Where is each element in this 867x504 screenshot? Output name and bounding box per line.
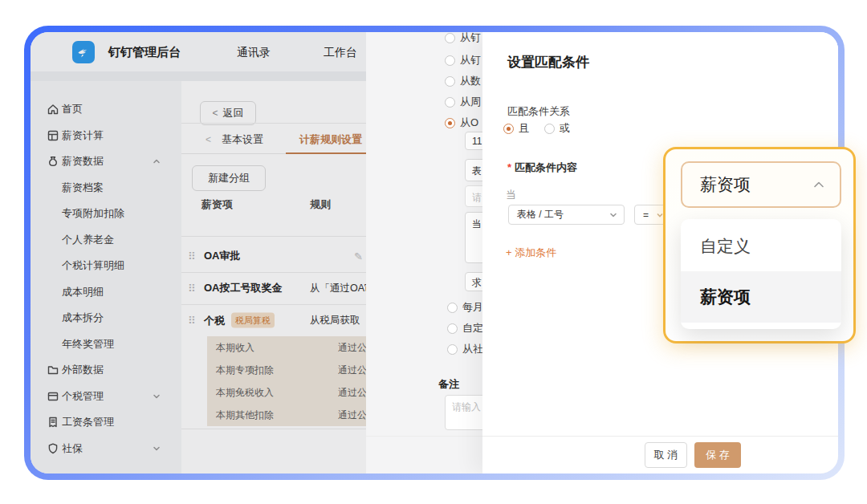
radio-icon[interactable] — [445, 55, 455, 66]
radio-checked-icon[interactable] — [503, 124, 514, 134]
required-mark: * — [507, 161, 511, 173]
drawer-title: 设置匹配条件 — [507, 53, 589, 71]
content-label: *匹配条件内容 — [507, 161, 577, 175]
footer-divider — [482, 436, 838, 437]
add-condition-link[interactable]: + 添加条件 — [506, 246, 556, 260]
source-radio-option-selected[interactable]: 从O — [445, 116, 478, 130]
dialog-input[interactable]: 11 — [465, 132, 482, 150]
dropdown-highlight-callout: 薪资项 自定义 薪资项 — [663, 147, 856, 343]
period-radio-option[interactable]: 从社 — [447, 342, 482, 356]
chevron-up-icon — [812, 180, 825, 189]
radio-icon[interactable] — [447, 303, 458, 313]
radio-icon[interactable] — [447, 323, 458, 334]
radio-icon[interactable] — [445, 33, 455, 43]
source-radio-option[interactable]: 从钉 — [445, 53, 481, 67]
note-label: 备注 — [438, 377, 459, 392]
source-radio-option[interactable]: 从周 — [445, 95, 481, 109]
salary-item-select[interactable]: 薪资项 — [681, 161, 841, 208]
salary-item-dropdown-menu: 自定义 薪资项 — [681, 219, 841, 329]
dialog-sum-button[interactable]: 求 — [465, 272, 482, 291]
footer-divider — [366, 436, 482, 437]
dropdown-option-salary-item[interactable]: 薪资项 — [681, 271, 841, 323]
radio-icon[interactable] — [544, 124, 555, 134]
chevron-down-icon — [609, 211, 617, 219]
radio-icon[interactable] — [447, 344, 458, 355]
note-textarea[interactable]: 请输入 — [445, 395, 482, 430]
dialog-formula-box[interactable]: 当 — [465, 212, 482, 263]
field-select[interactable]: 表格 / 工号 — [508, 205, 625, 225]
modal-dim-overlay — [31, 32, 366, 474]
radio-icon[interactable] — [445, 76, 455, 87]
when-label: 当 — [506, 188, 516, 202]
source-radio-option[interactable]: 从数 — [445, 74, 481, 88]
relation-label: 匹配条件关系 — [507, 104, 570, 119]
radio-checked-icon[interactable] — [445, 118, 455, 128]
period-radio-option[interactable]: 自定 — [447, 321, 482, 335]
period-radio-option[interactable]: 每月 — [447, 300, 482, 315]
source-radio-option[interactable]: 从钉 — [445, 32, 481, 45]
radio-icon[interactable] — [445, 97, 455, 108]
dropdown-option-custom[interactable]: 自定义 — [681, 221, 841, 271]
relation-and-radio[interactable]: 且 — [503, 121, 529, 136]
save-button[interactable]: 保 存 — [694, 442, 741, 468]
relation-or-radio[interactable]: 或 — [544, 121, 570, 136]
cancel-button[interactable]: 取 消 — [645, 442, 687, 468]
dialog-input-placeholder[interactable]: 请 — [465, 185, 482, 207]
dialog-select[interactable]: 表 — [465, 159, 482, 181]
edit-rule-dialog-partial: 从钉 从钉 从数 从周 从O 11 表 请 当 求 每月 自定 从社 备注 请输… — [366, 32, 482, 474]
